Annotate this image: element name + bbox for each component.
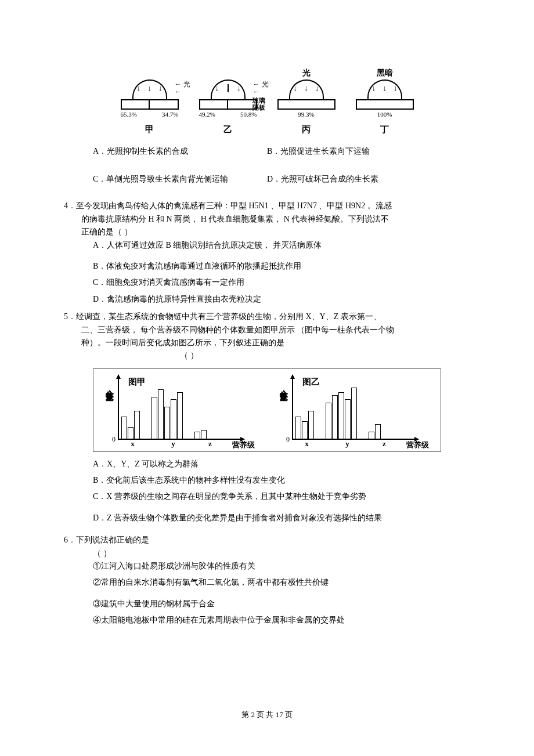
question-5: 5．经调查，某生态系统的食物链中共有三个营养级的生物，分别用 X、Y、Z 表示第… — [64, 310, 470, 525]
diagram-item-乙: ↓↓↓← 光←玻璃隔板49.2%50.8%乙 — [199, 67, 257, 136]
q5-paren: （ ） — [180, 349, 470, 362]
q3-option-c: C．单侧光照导致生长素向背光侧运输 — [93, 173, 267, 186]
q4-stem-l1: 4．至今发现由禽鸟传给人体的禽流感有三种：甲型 H5N1 、甲型 H7N7 、甲… — [64, 200, 470, 212]
q4-option-c: C．细胞免疫对消灭禽流感病毒有一定作用 — [93, 276, 470, 289]
y-axis-label: 个体数量 — [103, 384, 116, 388]
x-category-label: x — [295, 438, 318, 450]
diagram-top-label: 黑暗 — [377, 67, 393, 77]
y-axis-line — [118, 375, 119, 440]
percent-labels: 100% — [356, 110, 414, 120]
glass-divider-icon — [228, 84, 229, 92]
diagram-item-丙: 光↓↓↓99.3%丙 — [277, 67, 335, 136]
bar — [351, 388, 357, 439]
percent-labels: 65.3%34.7% — [121, 110, 179, 120]
base-box — [199, 99, 257, 110]
bar — [338, 392, 344, 439]
q6-s1: ①江河入海口处易形成沙洲与胶体的性质有关 — [93, 560, 470, 573]
bar — [302, 421, 308, 439]
q5-option-b: B．变化前后该生态系统中的物种多样性没有发生变化 — [93, 474, 470, 487]
q6-s3: ③建筑中大量使用的钢材属于合金 — [93, 598, 470, 610]
q6-s2: ②常用的自来水消毒剂有氯气和二氧化氯，两者中都有极性共价键 — [93, 576, 470, 589]
q4-option-b: B．体液免疫对禽流感病毒通过血液循环的散播起抵抗作用 — [93, 260, 470, 273]
q4-option-a: A．人体可通过效应 B 细胞识别结合抗原决定簇， 并灭活病原体 — [93, 239, 470, 252]
x-category-label: x — [121, 438, 144, 450]
base-box — [277, 99, 335, 110]
base-box — [121, 99, 179, 110]
x-axis-label: 营养级 — [232, 439, 255, 451]
diagram-item-丁: 黑暗↓↓↓100%丁 — [356, 67, 414, 136]
dome-icon: ↓↓↓← 光← — [132, 79, 167, 99]
bar — [151, 397, 157, 439]
bar — [128, 427, 134, 439]
chart-container: 个体数量图甲0xyz营养级个体数量图乙0xyz营养级 — [93, 368, 441, 452]
q4-stem-l3: 正确的是（ ） — [81, 226, 470, 238]
q6-stem: 6．下列说法都正确的是 — [64, 534, 470, 547]
bar — [295, 417, 301, 439]
q3-option-d: D．光照可破坏已合成的生长素 — [267, 173, 470, 186]
bar — [134, 411, 140, 439]
x-category-label: z — [366, 438, 392, 450]
q4-option-d: D．禽流感病毒的抗原特异性直接由衣壳粒决定 — [93, 293, 470, 306]
diagram-name-label: 乙 — [223, 122, 232, 136]
bars-group — [295, 388, 381, 439]
q5-stem-l1: 5．经调查，某生态系统的食物链中共有三个营养级的生物，分别用 X、Y、Z 表示第… — [64, 310, 470, 323]
bar — [308, 411, 314, 439]
down-arrows-icon: ↓↓↓ — [369, 84, 401, 92]
bar — [164, 407, 170, 439]
x-category-label: z — [192, 438, 218, 450]
question-6: 6．下列说法都正确的是 （ ） ①江河入海口处易形成沙洲与胶体的性质有关 ②常用… — [64, 534, 470, 627]
origin-label: 0 — [112, 434, 116, 445]
q6-paren: （ ） — [93, 547, 470, 560]
x-category-label: y — [144, 438, 192, 450]
q5-stem-l3: 种）。一段时间后变化成如图乙所示，下列叙述正确的是 — [81, 337, 470, 349]
q3-options-row1: A．光照抑制生长素的合成 B．光照促进生长素向下运输 — [93, 145, 470, 158]
bar — [369, 432, 374, 439]
x-category-label: y — [318, 438, 366, 450]
bar — [171, 399, 176, 439]
q3-option-a: A．光照抑制生长素的合成 — [93, 145, 267, 158]
chart-title: 图甲 — [128, 375, 146, 389]
experiment-diagram: ↓↓↓← 光←65.3%34.7%甲↓↓↓← 光←玻璃隔板49.2%50.8%乙… — [64, 67, 470, 136]
bar — [194, 432, 200, 439]
q5-option-a: A．X、Y、Z 可以称之为群落 — [93, 458, 470, 471]
q5-option-c: C．X 营养级的生物之间存在明显的竞争关系，且其中某种生物处于竞争劣势 — [93, 490, 470, 503]
q6-s4: ④太阳能电池板中常用的硅在元素周期表中位于金属和非金属的交界处 — [93, 614, 470, 627]
origin-label: 0 — [286, 434, 290, 445]
bar-chart-1: 个体数量图乙0xyz营养级 — [273, 375, 418, 450]
dome-icon: ↓↓↓ — [367, 79, 402, 99]
bar — [332, 395, 338, 439]
x-axis-label: 营养级 — [406, 439, 429, 451]
bar — [201, 430, 207, 439]
diagram-name-label: 丁 — [380, 122, 389, 136]
bar — [375, 424, 381, 439]
x-labels: xyz — [295, 438, 392, 450]
bar-chart-0: 个体数量图甲0xyz营养级 — [99, 375, 244, 450]
percent-labels: 99.3% — [277, 110, 335, 120]
q3-option-b: B．光照促进生长素向下运输 — [267, 145, 470, 158]
q5-option-d: D．Z 营养级生物个体数量的变化差异是由于捕食者对捕食对象没有选择性的结果 — [93, 512, 470, 525]
light-arrow-icon: ← 光← — [253, 81, 269, 96]
down-arrows-icon: ↓↓↓ — [290, 84, 323, 92]
bar — [121, 417, 127, 439]
diagram-item-甲: ↓↓↓← 光←65.3%34.7%甲 — [121, 67, 179, 136]
bar — [345, 399, 351, 439]
down-arrows-icon: ↓↓↓ — [134, 84, 166, 92]
diagram-name-label: 丙 — [302, 122, 311, 136]
light-arrow-icon: ← 光← — [175, 81, 190, 96]
question-4: 4．至今发现由禽鸟传给人体的禽流感有三种：甲型 H5N1 、甲型 H7N7 、甲… — [64, 200, 470, 306]
bars-group — [121, 389, 207, 439]
y-axis-label: 个体数量 — [277, 384, 290, 388]
q3-options-row2: C．单侧光照导致生长素向背光侧运输 D．光照可破坏已合成的生长素 — [93, 173, 470, 186]
bar — [326, 403, 331, 439]
page-footer: 第 2 页 共 17 页 — [0, 709, 534, 721]
q5-stem-l2: 二、三营养级， 每个营养级不同物种的个体数量如图甲所示 （图中每一柱条代表一个物 — [81, 324, 470, 337]
y-axis-line — [292, 375, 293, 440]
bar — [158, 389, 164, 439]
diagram-top-label: 光 — [302, 67, 311, 77]
bar — [177, 392, 183, 439]
dome-icon: ↓↓↓ — [289, 79, 324, 99]
percent-labels: 49.2%50.8% — [199, 110, 257, 120]
q4-stem-l2: 的病毒抗原结构分 H 和 N 两类， H 代表血细胞凝集素， N 代表神经氨酸。… — [81, 213, 470, 226]
diagram-name-label: 甲 — [145, 122, 154, 136]
x-labels: xyz — [121, 438, 218, 450]
